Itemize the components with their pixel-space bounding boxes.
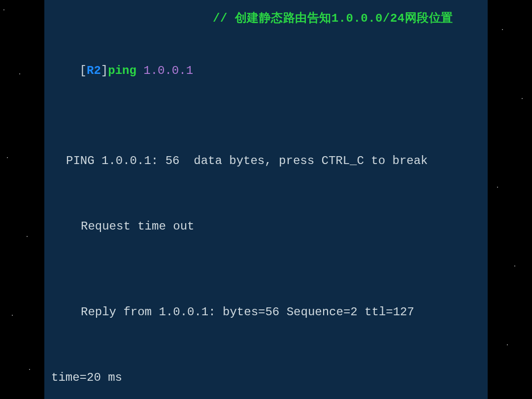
ping-output: PING 1.0.0.1: 56 data bytes, press CTRL_… bbox=[51, 108, 481, 399]
terminal-panel: // 创建静态路由告知1.0.0.0/24网段位置 [R2]ping 1.0.0… bbox=[44, 0, 488, 399]
ping-reply-head: Reply from 1.0.0.1: bytes=56 Sequence=2 … bbox=[51, 299, 481, 325]
prompt-close-bracket: ] bbox=[101, 64, 108, 77]
prompt-router: R2 bbox=[87, 64, 101, 77]
ping-reply-tail: time=20 ms bbox=[51, 365, 481, 391]
route-comment: // 创建静态路由告知1.0.0.0/24网段位置 bbox=[51, 9, 481, 29]
ping-header: PING 1.0.0.1: 56 data bytes, press CTRL_… bbox=[51, 148, 481, 174]
prompt-open-bracket: [ bbox=[80, 64, 87, 77]
prompt-line[interactable]: [R2]ping 1.0.0.1 bbox=[51, 41, 481, 101]
prompt-argument: 1.0.0.1 bbox=[143, 64, 193, 77]
ping-timeout: Request time out bbox=[51, 214, 481, 239]
prompt-command: ping bbox=[108, 64, 136, 77]
